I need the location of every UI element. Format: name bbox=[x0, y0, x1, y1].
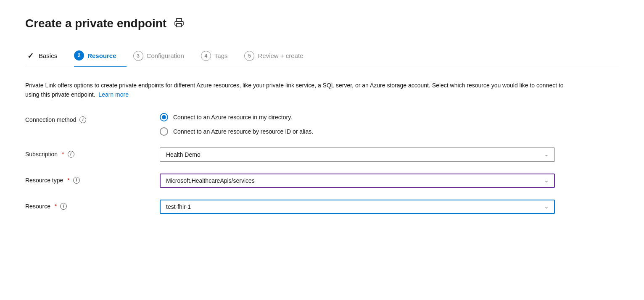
page-container: Create a private endpoint ✓ Basics 2 Res… bbox=[0, 0, 644, 300]
resource-type-required: * bbox=[67, 177, 69, 184]
resource-type-label: Resource type bbox=[25, 177, 63, 184]
subscription-dropdown[interactable]: Health Demo ⌄ bbox=[160, 147, 555, 162]
step-resource[interactable]: 2 Resource bbox=[74, 45, 126, 67]
connection-method-label: Connection method bbox=[25, 116, 76, 123]
resource-type-control: Microsoft.HealthcareApis/services ⌄ bbox=[160, 174, 619, 188]
description-text: Private Link offers options to create pr… bbox=[25, 81, 572, 100]
resource-row: Resource * i test-fhir-1 ⌄ bbox=[25, 200, 619, 214]
resource-label: Resource bbox=[25, 203, 50, 210]
step-tags-label: Tags bbox=[214, 52, 228, 59]
step-basics-badge: ✓ bbox=[25, 51, 35, 61]
resource-required: * bbox=[55, 203, 57, 210]
subscription-dropdown-arrow: ⌄ bbox=[544, 152, 549, 158]
step-review-label: Review + create bbox=[258, 52, 303, 59]
resource-info-icon[interactable]: i bbox=[60, 203, 67, 210]
subscription-control: Health Demo ⌄ bbox=[160, 147, 619, 162]
resource-type-label-col: Resource type * i bbox=[25, 174, 143, 184]
step-review-badge: 5 bbox=[244, 51, 254, 61]
resource-dropdown[interactable]: test-fhir-1 ⌄ bbox=[160, 200, 555, 214]
subscription-required: * bbox=[62, 151, 64, 158]
resource-dropdown-arrow: ⌄ bbox=[544, 204, 549, 210]
step-configuration[interactable]: 3 Configuration bbox=[133, 46, 194, 67]
resource-type-value: Microsoft.HealthcareApis/services bbox=[166, 177, 255, 184]
step-tags[interactable]: 4 Tags bbox=[201, 46, 238, 67]
radio-circle-resource-id bbox=[160, 127, 168, 136]
step-basics-label: Basics bbox=[39, 52, 57, 59]
resource-type-dropdown[interactable]: Microsoft.HealthcareApis/services ⌄ bbox=[160, 174, 555, 188]
connection-method-label-col: Connection method i bbox=[25, 113, 143, 123]
step-configuration-badge: 3 bbox=[133, 51, 143, 61]
connection-method-options: Connect to an Azure resource in my direc… bbox=[160, 113, 619, 136]
step-tags-badge: 4 bbox=[201, 51, 211, 61]
learn-more-link[interactable]: Learn more bbox=[98, 91, 129, 98]
print-icon[interactable] bbox=[174, 18, 184, 30]
form-section: Connection method i Connect to an Azure … bbox=[25, 113, 619, 214]
subscription-row: Subscription * i Health Demo ⌄ bbox=[25, 147, 619, 162]
svg-rect-0 bbox=[177, 24, 182, 27]
subscription-label: Subscription bbox=[25, 151, 58, 158]
step-resource-label: Resource bbox=[87, 52, 116, 59]
radio-circle-directory bbox=[160, 113, 168, 121]
resource-type-dropdown-arrow: ⌄ bbox=[544, 178, 549, 184]
connection-method-row: Connection method i Connect to an Azure … bbox=[25, 113, 619, 136]
step-review-create[interactable]: 5 Review + create bbox=[244, 46, 313, 67]
wizard-steps: ✓ Basics 2 Resource 3 Configuration 4 Ta… bbox=[25, 45, 619, 67]
radio-label-directory: Connect to an Azure resource in my direc… bbox=[173, 114, 292, 121]
subscription-label-col: Subscription * i bbox=[25, 147, 143, 158]
resource-type-info-icon[interactable]: i bbox=[73, 177, 80, 184]
radio-option-directory[interactable]: Connect to an Azure resource in my direc… bbox=[160, 113, 619, 121]
page-title: Create a private endpoint bbox=[25, 17, 166, 30]
connection-method-info-icon[interactable]: i bbox=[79, 116, 86, 123]
subscription-value: Health Demo bbox=[166, 151, 201, 158]
step-configuration-label: Configuration bbox=[147, 52, 184, 59]
step-resource-badge: 2 bbox=[74, 50, 84, 61]
page-header: Create a private endpoint bbox=[25, 17, 619, 30]
resource-label-col: Resource * i bbox=[25, 200, 143, 210]
resource-control: test-fhir-1 ⌄ bbox=[160, 200, 619, 214]
radio-option-resource-id[interactable]: Connect to an Azure resource by resource… bbox=[160, 127, 619, 136]
radio-label-resource-id: Connect to an Azure resource by resource… bbox=[173, 128, 313, 135]
resource-value: test-fhir-1 bbox=[166, 203, 191, 210]
resource-type-row: Resource type * i Microsoft.HealthcareAp… bbox=[25, 174, 619, 188]
step-basics[interactable]: ✓ Basics bbox=[25, 46, 67, 67]
subscription-info-icon[interactable]: i bbox=[68, 151, 74, 158]
